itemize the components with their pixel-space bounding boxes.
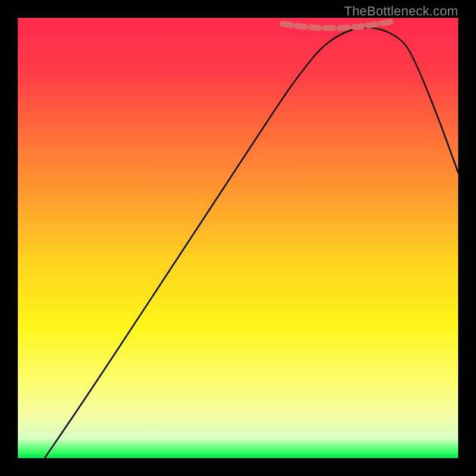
chart-frame: TheBottleneck.com xyxy=(0,0,476,476)
watermark-text: TheBottleneck.com xyxy=(344,4,458,19)
sweet-spot-dash xyxy=(283,21,392,28)
plot-area xyxy=(18,18,458,458)
bottleneck-curve xyxy=(45,27,458,458)
curve-layer xyxy=(18,18,458,458)
